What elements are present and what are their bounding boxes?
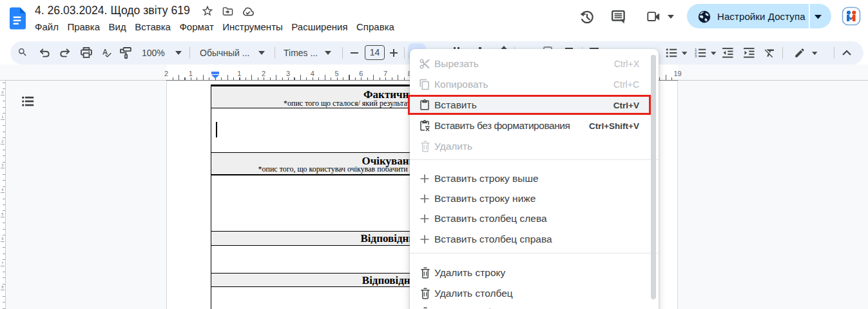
svg-text:3: 3 [695,54,697,58]
